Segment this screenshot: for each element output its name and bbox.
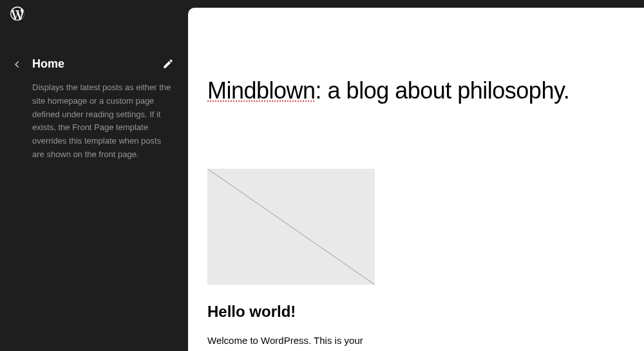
post-title[interactable]: Hello world! — [207, 303, 375, 321]
back-button[interactable] — [13, 60, 21, 68]
pencil-icon — [162, 58, 174, 70]
editor-main-area: Mindblown: a blog about philosophy. Hell… — [188, 0, 644, 351]
sidebar-description: Displays the latest posts as either the … — [0, 71, 188, 162]
chevron-left-icon — [13, 60, 22, 69]
page-heading[interactable]: Mindblown: a blog about philosophy. — [207, 77, 625, 104]
editor-canvas[interactable]: Mindblown: a blog about philosophy. Hell… — [188, 8, 644, 351]
svg-line-0 — [207, 169, 375, 285]
sidebar-title: Home — [32, 57, 64, 71]
page-heading-rest: : a blog about philosophy. — [316, 77, 570, 104]
sidebar: Home Displays the latest posts as either… — [0, 0, 188, 351]
featured-image-placeholder[interactable] — [207, 169, 375, 285]
sidebar-header-left: Home — [13, 57, 64, 71]
post-block: Hello world! Welcome to WordPress. This … — [207, 169, 375, 351]
wordpress-icon — [9, 5, 26, 22]
sidebar-header: Home — [0, 57, 188, 71]
page-heading-underlined: Mindblown — [207, 77, 316, 104]
post-excerpt: Welcome to WordPress. This is your first… — [207, 334, 375, 351]
edit-button[interactable] — [161, 57, 175, 71]
wordpress-logo-button[interactable] — [9, 5, 26, 22]
placeholder-crossline-icon — [207, 169, 375, 285]
